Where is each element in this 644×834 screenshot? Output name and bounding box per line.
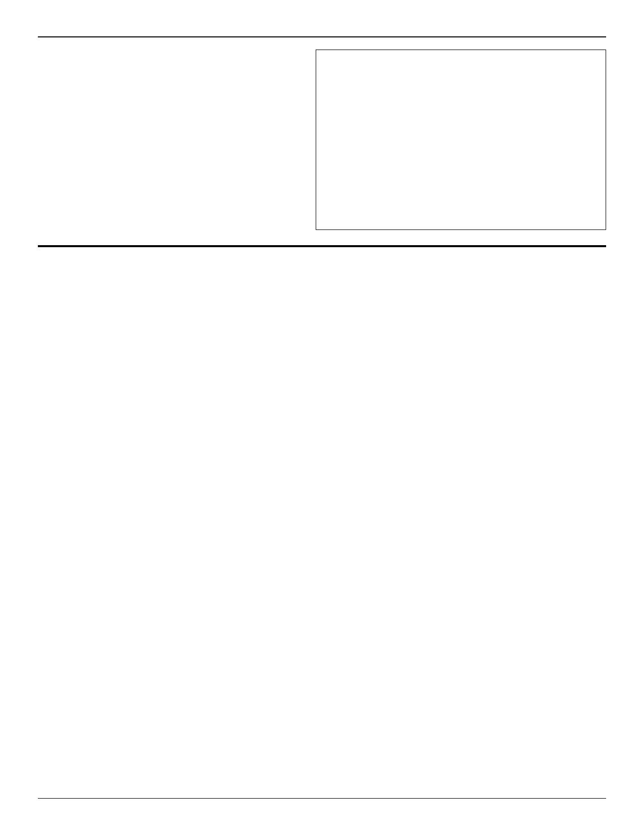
- pin-diagram-box: [316, 50, 606, 230]
- footer-link[interactable]: [38, 799, 606, 809]
- page-footer: [38, 798, 606, 809]
- absolute-maximum-ratings: [38, 47, 301, 230]
- pin-diagram: [355, 60, 567, 217]
- section-divider: [38, 245, 606, 247]
- part-number: [38, 35, 606, 37]
- order-footnote: [38, 260, 606, 272]
- pin-configuration: [316, 47, 606, 230]
- order-information: [38, 256, 606, 272]
